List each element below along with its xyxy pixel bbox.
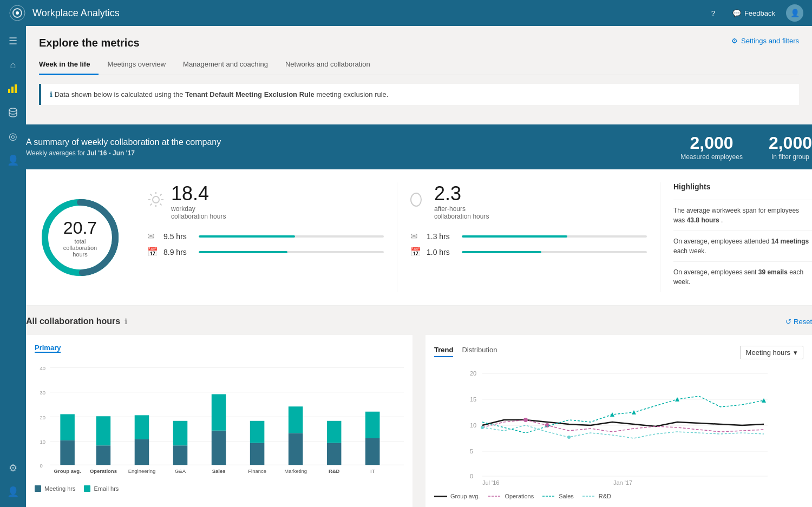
settings-link[interactable]: ⚙ Settings and filters [731,37,799,45]
svg-text:Marketing: Marketing [284,468,307,474]
svg-text:15: 15 [470,396,476,403]
nav-settings[interactable]: ⚙ [2,457,24,479]
svg-rect-36 [135,415,149,439]
section-header: All collaboration hours ℹ ↺ Reset [26,317,812,326]
trend-legend-rnd: R&D [582,493,611,499]
donut-chart: 20.7 total collaboration hours [37,194,123,281]
trend-chart-panel: Trend Distribution Meeting hours ▾ [425,335,812,507]
svg-rect-48 [289,406,303,433]
trend-chart-svg: 20 15 10 5 0 Jul '16 Jan '17 [434,368,803,487]
tab-management-coaching[interactable]: Management and coaching [174,56,277,75]
svg-text:Operations: Operations [90,468,117,474]
svg-rect-32 [96,445,111,465]
svg-point-6 [9,108,17,111]
svg-point-74 [481,426,484,429]
legend-meeting-hrs: Meeting hrs [35,485,75,492]
summary-bar: A summary of weekly collaboration at the… [26,124,812,169]
nav-menu[interactable]: ☰ [2,30,24,52]
highlight-3: On average, employees sent 39 emails eac… [673,261,812,292]
svg-rect-4 [11,87,14,93]
summary-text: A summary of weekly collaboration at the… [26,137,221,157]
highlight-1: The average workweek span for employees … [673,200,812,231]
info-icon-section: ℹ [125,317,127,326]
svg-text:Engineering: Engineering [128,468,156,474]
email-icon: ✉ [147,231,158,241]
trend-tab-distribution[interactable]: Distribution [462,344,497,357]
nav-profile[interactable]: 👤 [2,481,24,503]
workday-metrics: 18.4 workday collaboration hours ✉ 9.5 h… [134,182,397,292]
svg-rect-29 [60,440,75,465]
nav-database[interactable] [2,102,24,123]
feedback-button[interactable]: 💬 Feedback [726,6,782,21]
svg-text:0: 0 [470,473,473,479]
svg-point-75 [567,436,571,439]
workday-main: 18.4 workday collaboration hours [147,182,384,220]
svg-line-15 [150,194,152,195]
svg-text:Group avg.: Group avg. [54,468,81,474]
svg-text:Jul '16: Jul '16 [482,479,499,486]
svg-text:0: 0 [40,463,42,469]
trend-tab-trend[interactable]: Trend [434,344,453,357]
email-afterhours-bar [462,235,647,238]
nav-home[interactable]: ⌂ [2,54,24,76]
svg-rect-42 [212,394,226,431]
charts-row: Primary 40 30 20 10 0 [26,335,812,507]
measured-employees-stat: 2,000 Measured employees [680,133,743,161]
metrics-grid: 20.7 total collaboration hours [26,169,812,306]
svg-rect-38 [173,445,188,465]
svg-text:Sales: Sales [212,468,226,474]
nav-network[interactable]: ◎ [2,126,24,147]
trend-chart-legend: Group avg. Operations Sale [434,493,803,499]
svg-text:Finance: Finance [248,468,266,474]
svg-point-10 [153,196,159,203]
app-name: Workplace Analytics [32,8,705,19]
svg-text:G&A: G&A [175,468,186,474]
calendar-icon: 📅 [147,247,158,257]
tab-week-in-life[interactable]: Week in the life [39,56,99,75]
meeting-hours-dropdown[interactable]: Meeting hours ▾ [740,346,803,359]
svg-rect-5 [15,84,17,93]
svg-point-68 [523,418,528,422]
help-button[interactable]: ? [705,6,722,21]
bar-chart-legend: Meeting hrs Email hrs [35,485,404,492]
svg-rect-39 [173,421,188,445]
svg-text:20: 20 [470,370,476,377]
page-tabs: Week in the life Meetings overview Manag… [39,56,799,75]
trend-tabs: Trend Distribution [434,344,497,357]
meeting-workday-bar [199,251,384,253]
svg-line-18 [150,203,152,205]
legend-email-hrs: Email hrs [84,485,119,492]
reset-link[interactable]: ↺ Reset [785,318,812,326]
svg-marker-70 [610,412,614,417]
group-avg-legend-line [434,496,447,497]
sun-icon [147,191,165,212]
summary-stats: 2,000 Measured employees 2,000 In filter… [680,133,812,161]
svg-rect-53 [365,438,380,465]
svg-line-16 [160,203,162,205]
bar-chart-panel: Primary 40 30 20 10 0 [26,335,412,507]
nav-user[interactable]: 👤 [2,149,24,171]
tab-meetings-overview[interactable]: Meetings overview [99,56,174,75]
svg-text:IT: IT [370,468,375,474]
svg-rect-50 [327,443,342,465]
legend-email-dot [84,485,90,492]
trend-legend-sales: Sales [542,493,574,499]
operations-legend-line [488,495,501,497]
svg-text:Jan '17: Jan '17 [613,479,632,486]
main-content: Explore the metrics ⚙ Settings and filte… [26,26,812,507]
highlight-2: On average, employees attended 14 meetin… [673,231,812,261]
svg-rect-41 [212,431,226,465]
meeting-afterhours-row: 📅 1.0 hrs [410,247,647,257]
nav-analytics[interactable] [2,78,24,100]
meeting-workday-row: 📅 8.9 hrs [147,247,384,257]
tab-networks-collab[interactable]: Networks and collaboration [277,56,379,75]
highlights-section: Highlights The average workweek span for… [660,182,812,292]
moon-icon [410,191,428,212]
email-afterhours-icon: ✉ [410,231,421,241]
svg-text:40: 40 [40,365,45,371]
svg-rect-3 [8,89,10,93]
svg-rect-51 [327,421,342,443]
feedback-icon: 💬 [732,9,741,17]
section-title: All collaboration hours [26,317,120,326]
user-avatar[interactable]: 👤 [786,4,803,22]
